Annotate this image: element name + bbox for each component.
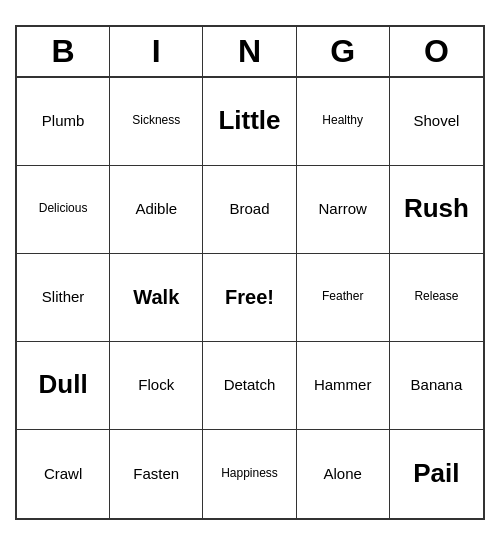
bingo-cell: Hammer (297, 342, 390, 430)
bingo-cell: Alone (297, 430, 390, 518)
bingo-cell: Walk (110, 254, 203, 342)
bingo-cell: Healthy (297, 78, 390, 166)
bingo-header-letter: O (390, 27, 483, 76)
bingo-cell: Flock (110, 342, 203, 430)
bingo-cell: Slither (17, 254, 110, 342)
bingo-cell: Detatch (203, 342, 296, 430)
bingo-cell: Plumb (17, 78, 110, 166)
bingo-cell: Delicious (17, 166, 110, 254)
bingo-cell: Adible (110, 166, 203, 254)
bingo-cell: Banana (390, 342, 483, 430)
bingo-header-letter: G (297, 27, 390, 76)
bingo-header-letter: N (203, 27, 296, 76)
bingo-cell: Little (203, 78, 296, 166)
bingo-cell: Rush (390, 166, 483, 254)
bingo-card: BINGO PlumbSicknessLittleHealthyShovelDe… (15, 25, 485, 520)
bingo-header-letter: B (17, 27, 110, 76)
bingo-header: BINGO (17, 27, 483, 78)
bingo-cell: Crawl (17, 430, 110, 518)
bingo-cell: Happiness (203, 430, 296, 518)
bingo-cell: Fasten (110, 430, 203, 518)
bingo-cell: Pail (390, 430, 483, 518)
bingo-cell: Dull (17, 342, 110, 430)
bingo-cell: Feather (297, 254, 390, 342)
bingo-header-letter: I (110, 27, 203, 76)
bingo-cell: Shovel (390, 78, 483, 166)
bingo-cell: Broad (203, 166, 296, 254)
bingo-cell: Release (390, 254, 483, 342)
bingo-cell: Sickness (110, 78, 203, 166)
bingo-cell: Narrow (297, 166, 390, 254)
bingo-cell: Free! (203, 254, 296, 342)
bingo-grid: PlumbSicknessLittleHealthyShovelDeliciou… (17, 78, 483, 518)
